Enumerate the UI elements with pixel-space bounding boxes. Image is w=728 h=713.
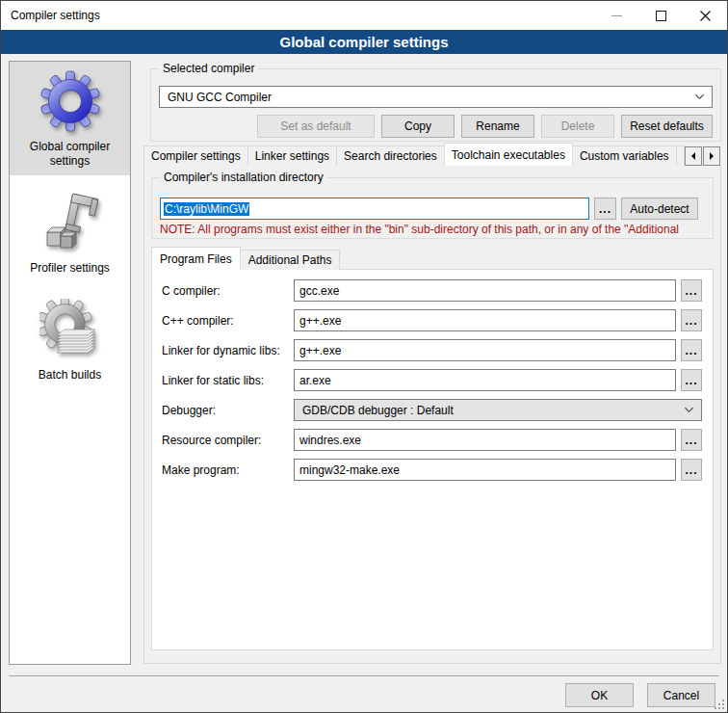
ok-button[interactable]: OK (565, 683, 634, 707)
tab-linker-settings[interactable]: Linker settings (247, 145, 337, 166)
debugger-select-value: GDB/CDB debugger : Default (302, 404, 454, 417)
tab-scroll-controls (684, 146, 720, 166)
program-files-page: C compiler: ... C++ compiler: ... Linker… (151, 269, 714, 650)
sidebar-item-batch-builds[interactable]: Batch builds (10, 290, 130, 389)
install-dir-selected-text: C:\raylib\MinGW (164, 202, 249, 216)
compiler-select-value: GNU GCC Compiler (168, 91, 272, 104)
sidebar-item-global-compiler-settings[interactable]: Global compiler settings (10, 62, 130, 175)
gear-stack-icon (39, 299, 101, 360)
debugger-label: Debugger: (162, 404, 294, 417)
program-row: Resource compiler: ... (162, 429, 703, 451)
maximize-icon (656, 11, 666, 21)
title-bar: Compiler settings (1, 1, 727, 30)
resource-compiler-input[interactable] (294, 429, 676, 451)
cpp-compiler-input[interactable] (294, 309, 676, 331)
selected-compiler-group: Selected compiler GNU GCC Compiler Set a… (150, 68, 721, 142)
program-row: Linker for dynamic libs: ... (162, 339, 703, 361)
program-row: Debugger: GDB/CDB debugger : Default (162, 399, 703, 421)
compiler-actions: Set as default Copy Rename Delete Reset … (159, 115, 713, 138)
tab-toolchain-executables[interactable]: Toolchain executables (444, 143, 573, 166)
tab-program-files[interactable]: Program Files (151, 247, 241, 270)
reset-defaults-button[interactable]: Reset defaults (621, 115, 713, 138)
resource-compiler-browse-button[interactable]: ... (681, 429, 702, 451)
window-title: Compiler settings (1, 9, 100, 22)
bin-subdirectory-note: NOTE: All programs must exist either in … (160, 223, 707, 236)
footer-divider (9, 675, 719, 676)
c-compiler-input[interactable] (294, 279, 676, 302)
tab-scroll-right-button[interactable] (703, 146, 720, 166)
settings-tab-strip: Compiler settings Linker settings Search… (143, 143, 719, 166)
sidebar-item-label: Global compiler settings (13, 140, 126, 169)
chevron-down-icon (695, 92, 704, 101)
dialog-header-title: Global compiler settings (279, 34, 448, 50)
sidebar-item-label: Profiler settings (30, 261, 110, 276)
rename-button[interactable]: Rename (461, 115, 534, 138)
program-row: Make program: ... (162, 459, 703, 481)
static-linker-browse-button[interactable]: ... (681, 369, 702, 391)
minimize-icon (611, 15, 622, 16)
sidebar-item-profiler-settings[interactable]: Profiler settings (10, 183, 130, 282)
tab-custom-variables[interactable]: Custom variables (572, 145, 677, 166)
resource-compiler-label: Resource compiler: (162, 434, 294, 447)
install-dir-browse-button[interactable]: ... (594, 198, 616, 220)
installation-directory-group-label: Compiler's installation directory (160, 171, 327, 185)
program-row: C compiler: ... (162, 279, 703, 302)
static-linker-input[interactable] (294, 369, 676, 391)
left-arrow-icon (691, 152, 695, 160)
minimize-button[interactable] (594, 1, 638, 30)
settings-sidebar: Global compiler settings (9, 61, 131, 665)
right-arrow-icon (710, 152, 714, 160)
dynamic-linker-browse-button[interactable]: ... (681, 339, 702, 361)
program-row: Linker for static libs: ... (162, 369, 703, 391)
set-as-default-button[interactable]: Set as default (257, 115, 375, 138)
blue-gear-icon (39, 70, 101, 132)
chevron-down-icon (685, 406, 693, 414)
tab-additional-paths[interactable]: Additional Paths (240, 250, 341, 270)
install-dir-input[interactable]: C:\raylib\MinGW (160, 198, 589, 220)
resize-grip[interactable] (713, 698, 725, 710)
make-program-input[interactable] (294, 459, 676, 481)
program-tabs: Program Files Additional Paths (151, 247, 339, 270)
copy-button[interactable]: Copy (381, 115, 455, 138)
compiler-select[interactable]: GNU GCC Compiler (159, 86, 713, 108)
make-program-browse-button[interactable]: ... (681, 459, 702, 481)
selected-compiler-group-label: Selected compiler (159, 62, 258, 76)
dynamic-linker-label: Linker for dynamic libs: (162, 344, 294, 357)
window-controls (594, 1, 727, 30)
compiler-settings-dialog: Compiler settings Global compiler settin… (0, 0, 728, 713)
close-icon (700, 11, 711, 21)
close-button[interactable] (683, 1, 727, 30)
c-compiler-browse-button[interactable]: ... (681, 279, 702, 302)
sidebar-item-label: Batch builds (39, 368, 101, 383)
static-linker-label: Linker for static libs: (162, 374, 294, 387)
c-compiler-label: C compiler: (162, 284, 294, 298)
cpp-compiler-browse-button[interactable]: ... (681, 309, 702, 331)
make-program-label: Make program: (162, 463, 294, 477)
tab-compiler-settings[interactable]: Compiler settings (143, 145, 248, 166)
caliper-icon (39, 192, 101, 253)
cancel-button[interactable]: Cancel (647, 683, 715, 707)
dynamic-linker-input[interactable] (294, 339, 676, 361)
tab-scroll-left-button[interactable] (685, 146, 702, 166)
program-row: C++ compiler: ... (162, 309, 703, 331)
dialog-header: Global compiler settings (1, 30, 727, 54)
installation-directory-group: Compiler's installation directory C:\ray… (151, 177, 714, 239)
debugger-select[interactable]: GDB/CDB debugger : Default (294, 399, 702, 421)
delete-button[interactable]: Delete (541, 115, 614, 138)
maximize-button[interactable] (638, 1, 683, 30)
cpp-compiler-label: C++ compiler: (162, 314, 294, 328)
auto-detect-button[interactable]: Auto-detect (621, 198, 698, 220)
tab-search-directories[interactable]: Search directories (336, 145, 445, 166)
